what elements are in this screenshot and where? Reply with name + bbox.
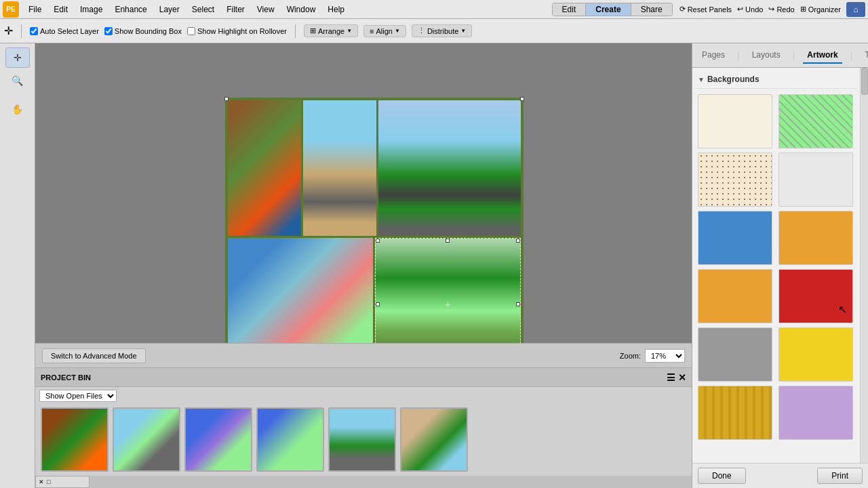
bg-swatch-yellow[interactable] xyxy=(778,327,853,382)
photo-cell-2[interactable] xyxy=(303,100,376,236)
distribute-button[interactable]: ⋮ Distribute ▼ xyxy=(412,24,472,37)
section-arrow-icon: ▼ xyxy=(698,76,705,83)
panel-content: ▼ Backgrounds ↖ xyxy=(692,68,860,463)
bg-swatch-red[interactable]: ↖ xyxy=(778,269,853,323)
home-button[interactable]: ⌂ xyxy=(846,2,865,17)
menu-enhance[interactable]: Enhance xyxy=(109,3,152,16)
panel-bottom: Done Print xyxy=(692,463,868,488)
menu-view[interactable]: View xyxy=(252,3,280,16)
thumbnail-5[interactable] xyxy=(328,407,396,472)
move-tool-btn[interactable]: ✛ xyxy=(5,47,30,68)
menu-image[interactable]: Image xyxy=(75,3,108,16)
bottom-row: + xyxy=(228,238,521,343)
bounding-box-checkbox-label[interactable]: Show Bounding Box xyxy=(104,27,182,35)
menu-select[interactable]: Select xyxy=(186,3,220,16)
create-tab[interactable]: Create xyxy=(585,3,631,16)
menu-file[interactable]: File xyxy=(23,3,47,16)
zoom-area: Zoom: 17% 25% 50% 100% xyxy=(620,349,685,363)
bg-swatch-yellow-stripe[interactable] xyxy=(698,386,772,440)
thumbnail-2[interactable] xyxy=(113,407,180,472)
top-row xyxy=(228,100,521,236)
distribute-icon: ⋮ xyxy=(418,26,425,35)
bg-swatch-blue[interactable] xyxy=(698,211,772,265)
switch-advanced-mode-button[interactable]: Switch to Advanced Mode xyxy=(42,348,146,363)
undo-button[interactable]: ↩ Undo xyxy=(737,5,763,14)
highlight-checkbox[interactable] xyxy=(187,27,195,35)
menu-window[interactable]: Window xyxy=(281,3,321,16)
sel-handle-right xyxy=(516,302,520,306)
photo-cell-3[interactable] xyxy=(378,100,521,236)
canvas-scroll[interactable]: + xyxy=(35,43,692,343)
project-bin-close-icon[interactable]: ✕ xyxy=(678,372,686,383)
bg-swatch-light-gray[interactable] xyxy=(778,152,853,207)
section-title: Backgrounds xyxy=(707,75,760,84)
tab-layouts[interactable]: Layouts xyxy=(748,47,785,64)
menu-bar: PE File Edit Image Enhance Layer Select … xyxy=(0,0,868,19)
zoom-tool-btn[interactable]: 🔍 xyxy=(5,70,30,91)
zoom-icon: 🔍 xyxy=(12,75,23,86)
app-icon: PE xyxy=(3,1,19,18)
bg-swatch-orange2[interactable] xyxy=(698,269,772,323)
tab-text[interactable]: Text xyxy=(861,47,868,64)
center-column: + Switch to Advanced Mode Zoom: xyxy=(35,43,692,488)
edit-tab[interactable]: Edit xyxy=(553,3,586,16)
toolbar: ✛ Auto Select Layer Show Bounding Box Sh… xyxy=(0,19,868,43)
collage-container: + xyxy=(225,98,524,343)
zoom-select[interactable]: 17% 25% 50% 100% xyxy=(645,349,685,363)
photo-cell-1[interactable] xyxy=(228,100,301,236)
menu-layer[interactable]: Layer xyxy=(154,3,185,16)
toolbar-separator-2 xyxy=(295,24,296,38)
photo-cell-4[interactable] xyxy=(228,238,373,343)
print-button[interactable]: Print xyxy=(817,468,863,484)
thumbnail-4[interactable] xyxy=(256,407,324,472)
align-button[interactable]: ≡ Align ▼ xyxy=(363,25,406,37)
sel-handle-left xyxy=(376,302,380,306)
mini-window-close[interactable]: ✕ xyxy=(39,479,44,485)
backgrounds-section-header[interactable]: ▼ Backgrounds xyxy=(695,70,857,89)
menu-help[interactable]: Help xyxy=(322,3,350,16)
redo-icon: ↪ xyxy=(768,5,774,14)
bg-swatch-lavender[interactable] xyxy=(778,386,853,440)
highlight-checkbox-label[interactable]: Show Highlight on Rollover xyxy=(187,27,287,35)
thumbnail-6[interactable] xyxy=(400,407,468,472)
share-tab[interactable]: Share xyxy=(631,3,672,16)
bg-swatch-green-texture[interactable] xyxy=(778,94,853,148)
tab-pages[interactable]: Pages xyxy=(698,47,729,64)
outer-handle-tr xyxy=(520,97,524,101)
cursor-pointer-icon: ↖ xyxy=(838,303,847,316)
auto-select-checkbox-label[interactable]: Auto Select Layer xyxy=(30,27,99,35)
show-open-files-select[interactable]: Show Open Files xyxy=(39,390,117,402)
move-tool[interactable]: ✛ xyxy=(4,24,13,37)
main-layout: ✛ 🔍 ✋ xyxy=(0,43,868,488)
thumbnail-3[interactable] xyxy=(184,407,252,472)
tab-artwork[interactable]: Artwork xyxy=(803,47,842,64)
arrange-button[interactable]: ⊞ Arrange ▼ xyxy=(304,24,358,37)
backgrounds-grid: ↖ xyxy=(695,92,857,443)
project-bin-header: PROJECT BIN ☰ ✕ xyxy=(35,368,692,387)
auto-select-checkbox[interactable] xyxy=(30,27,38,35)
sel-handle-tl xyxy=(376,239,380,243)
thumbnail-1[interactable] xyxy=(41,407,108,472)
reset-panels-icon: ⟳ xyxy=(679,5,686,14)
bg-swatch-beige-dots[interactable] xyxy=(698,152,772,207)
menu-edit[interactable]: Edit xyxy=(48,3,73,16)
organizer-button[interactable]: ⊞ Organizer xyxy=(800,5,841,14)
scroll-thumb[interactable] xyxy=(861,68,868,95)
mini-window: ✕ □ xyxy=(35,476,90,488)
bounding-box-checkbox[interactable] xyxy=(104,27,113,35)
bg-swatch-orange[interactable] xyxy=(778,211,853,265)
menu-filter[interactable]: Filter xyxy=(221,3,250,16)
done-button[interactable]: Done xyxy=(698,468,746,484)
redo-button[interactable]: ↪ Redo xyxy=(768,5,794,14)
hand-tool-btn[interactable]: ✋ xyxy=(5,99,30,119)
outer-handle-tl xyxy=(224,97,229,101)
bg-swatch-cream[interactable] xyxy=(698,94,772,148)
panel-scrollbar[interactable] xyxy=(860,68,868,463)
photo-cell-5[interactable]: + xyxy=(375,238,521,343)
organizer-icon: ⊞ xyxy=(800,5,806,14)
reset-panels-button[interactable]: ⟳ Reset Panels xyxy=(679,5,732,14)
bg-swatch-gray[interactable] xyxy=(698,327,772,382)
toolbox: ✛ 🔍 ✋ xyxy=(0,43,35,488)
project-bin-menu-icon[interactable]: ☰ xyxy=(667,372,675,383)
canvas-area: + Switch to Advanced Mode Zoom: xyxy=(35,43,692,367)
